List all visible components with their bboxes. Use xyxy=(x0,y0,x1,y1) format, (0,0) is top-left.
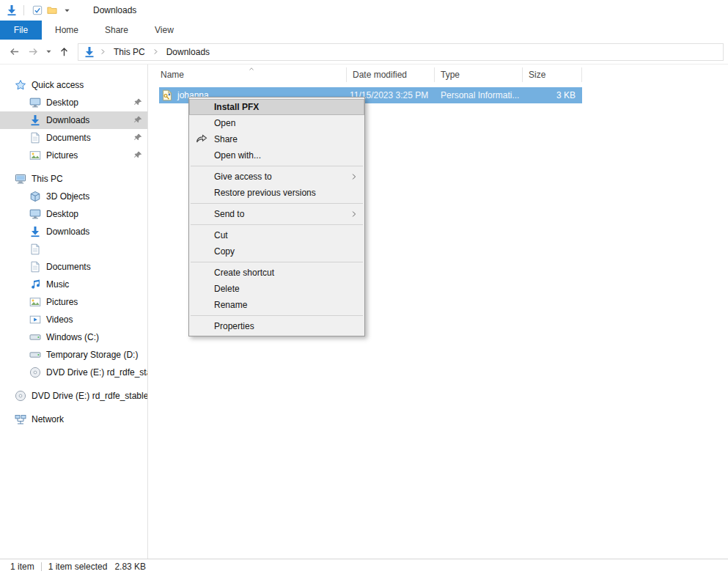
forward-button[interactable] xyxy=(23,43,43,62)
desktop-icon xyxy=(29,208,41,220)
document-icon xyxy=(29,243,41,255)
sidebar-label: Desktop xyxy=(46,209,78,219)
drive-icon xyxy=(29,349,41,361)
sidebar-item-desktop[interactable]: Desktop xyxy=(0,94,147,111)
status-bar: 1 item 1 item selected 2.83 KB xyxy=(0,559,728,574)
tab-home[interactable]: Home xyxy=(42,21,92,40)
sidebar-item-music[interactable]: Music xyxy=(0,276,147,293)
menu-item-open[interactable]: Open xyxy=(189,115,364,131)
menu-item-label: Install PFX xyxy=(214,102,259,112)
sidebar-item-documents[interactable]: Documents xyxy=(0,129,147,147)
pictures-icon xyxy=(29,150,41,161)
menu-item-label: Delete xyxy=(214,284,240,294)
sidebar-item-downloads[interactable]: Downloads xyxy=(0,111,147,129)
sidebar-label: Network xyxy=(32,414,64,424)
qat-new-folder-button[interactable] xyxy=(45,3,59,18)
sidebar-section-dvd-drive[interactable]: DVD Drive (E:) rd_rdfe_stable.T xyxy=(0,387,147,405)
column-header-size[interactable]: Size xyxy=(523,67,582,82)
menu-separator xyxy=(191,262,363,262)
menu-item-delete[interactable]: Delete xyxy=(189,281,364,297)
sidebar-label: Music xyxy=(46,279,69,290)
sidebar-label: Quick access xyxy=(32,80,84,90)
menu-item-rename[interactable]: Rename xyxy=(189,297,364,313)
sidebar-item-3d-objects[interactable]: 3D Objects xyxy=(0,188,147,205)
up-icon xyxy=(59,46,70,57)
sidebar-gap xyxy=(0,164,147,170)
sidebar-section-quick-access[interactable]: Quick access xyxy=(0,76,147,94)
menu-item-label: Create shortcut xyxy=(214,268,274,278)
menu-item-send-to[interactable]: Send to xyxy=(189,206,364,222)
file-size: 3 KB xyxy=(523,90,582,100)
disc-icon xyxy=(29,367,41,378)
menu-item-label: Properties xyxy=(214,321,254,331)
downloads-icon xyxy=(84,46,95,58)
menu-item-give-access-to[interactable]: Give access to xyxy=(189,169,364,185)
menu-item-properties[interactable]: Properties xyxy=(189,318,364,334)
pin-icon xyxy=(133,97,143,107)
dropdown-icon xyxy=(64,7,70,14)
sidebar-item-pictures-pc[interactable]: Pictures xyxy=(0,293,147,311)
menu-separator xyxy=(191,315,363,316)
videos-icon xyxy=(29,314,41,325)
document-icon xyxy=(29,132,41,144)
sidebar-item-dvd-drive-e[interactable]: DVD Drive (E:) rd_rdfe_stable xyxy=(0,364,147,381)
menu-item-label: Give access to xyxy=(214,172,272,182)
sidebar-label: Temporary Storage (D:) xyxy=(46,350,138,360)
tab-file[interactable]: File xyxy=(0,21,42,40)
submenu-chevron-icon xyxy=(350,210,358,218)
back-button[interactable] xyxy=(4,43,23,62)
status-selection: 1 item selected xyxy=(48,562,108,572)
this-pc-icon xyxy=(15,173,26,185)
menu-item-cut[interactable]: Cut xyxy=(189,227,364,243)
breadcrumb-this-pc[interactable]: This PC xyxy=(111,47,148,57)
menu-item-copy[interactable]: Copy xyxy=(189,243,364,260)
sidebar-item-unnamed[interactable] xyxy=(0,240,147,258)
menu-separator xyxy=(191,224,363,225)
sidebar-item-downloads-pc[interactable]: Downloads xyxy=(0,223,147,240)
sidebar-label: DVD Drive (E:) rd_rdfe_stable xyxy=(46,367,147,378)
sidebar-section-network[interactable]: Network xyxy=(0,411,147,428)
qat-properties-button[interactable] xyxy=(30,3,45,18)
pin-icon xyxy=(133,150,143,160)
sidebar-item-windows-c[interactable]: Windows (C:) xyxy=(0,328,147,346)
sort-ascending-icon xyxy=(247,65,256,73)
sidebar-item-documents-pc[interactable]: Documents xyxy=(0,258,147,276)
menu-item-label: Restore previous versions xyxy=(214,188,316,198)
3d-objects-icon xyxy=(29,191,41,202)
menu-item-share[interactable]: Share xyxy=(189,131,364,147)
sidebar-section-this-pc[interactable]: This PC xyxy=(0,170,147,188)
sidebar-gap xyxy=(0,405,147,411)
menu-item-label: Open with... xyxy=(214,150,261,161)
menu-item-create-shortcut[interactable]: Create shortcut xyxy=(189,265,364,281)
sidebar-item-videos[interactable]: Videos xyxy=(0,311,147,328)
recent-locations-button[interactable] xyxy=(43,43,54,62)
menu-item-label: Open xyxy=(214,118,235,128)
address-bar-row: This PC Downloads xyxy=(0,40,728,65)
sidebar-item-temporary-storage-d[interactable]: Temporary Storage (D:) xyxy=(0,346,147,364)
pin-icon xyxy=(133,133,143,142)
column-header-type[interactable]: Type xyxy=(435,67,523,82)
sidebar-item-pictures[interactable]: Pictures xyxy=(0,147,147,164)
sidebar-label: Pictures xyxy=(46,297,78,307)
downloads-icon xyxy=(29,114,41,126)
menu-item-install-pfx[interactable]: Install PFX xyxy=(189,99,364,115)
menu-item-restore-previous-versions[interactable]: Restore previous versions xyxy=(189,185,364,201)
navigation-pane: Quick access Desktop Downloads Documents… xyxy=(0,65,148,559)
breadcrumb-downloads[interactable]: Downloads xyxy=(163,47,213,57)
sidebar-label: Pictures xyxy=(46,150,78,161)
sidebar-label: Desktop xyxy=(46,97,78,108)
desktop-icon xyxy=(29,97,41,108)
ribbon-tab-bar: File Home Share View xyxy=(0,21,728,40)
tab-share[interactable]: Share xyxy=(92,21,141,40)
breadcrumb[interactable]: This PC Downloads xyxy=(78,43,724,61)
up-button[interactable] xyxy=(54,43,73,62)
music-icon xyxy=(29,279,41,290)
tab-view[interactable]: View xyxy=(141,21,187,40)
qat-customize-button[interactable] xyxy=(59,3,74,18)
menu-item-open-with[interactable]: Open with... xyxy=(189,147,364,163)
sidebar-item-desktop-pc[interactable]: Desktop xyxy=(0,205,147,223)
network-icon xyxy=(15,413,26,425)
column-header-date-modified[interactable]: Date modified xyxy=(347,67,435,82)
disc-icon xyxy=(15,390,26,402)
sidebar-label: Documents xyxy=(46,262,91,272)
